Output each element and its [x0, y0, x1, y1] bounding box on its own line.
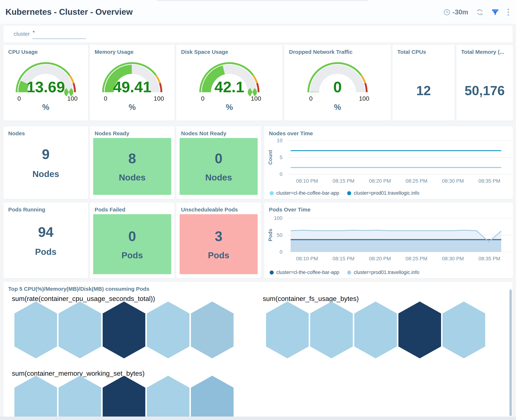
gauge-min-label: 0: [104, 95, 107, 102]
kpi: 0 Pods: [93, 214, 171, 274]
kebab-menu-icon[interactable]: [507, 8, 510, 16]
honeycomb-cell: [147, 301, 190, 358]
panel-title: Total Memory (...: [461, 49, 504, 55]
x-tick-label: 08:10 PM: [289, 178, 325, 184]
panel-title: Nodes Not Ready: [181, 130, 226, 136]
status-block-green: 8 Nodes: [93, 138, 171, 195]
panel-title: Pods Failed: [95, 207, 125, 213]
refresh-icon[interactable]: [476, 8, 484, 16]
honeycomb-cell: [191, 301, 234, 358]
legend-dot: [270, 270, 274, 275]
kpi-unit: Pods: [208, 250, 229, 260]
gauge-min-label: 0: [201, 95, 205, 102]
legend-dot: [270, 191, 274, 195]
kpi-unit: Pods: [121, 250, 143, 260]
panel-disk-space-usage: Disk Space Usage 42.1 0 100 %: [176, 45, 283, 121]
x-tick-label: 08:35 PM: [471, 178, 508, 184]
y-axis-ticks: 1050: [272, 139, 282, 176]
honeycomb-cell: [59, 301, 101, 358]
panel-title: Nodes over Time: [269, 130, 313, 136]
x-tick-label: 08:20 PM: [362, 256, 398, 262]
plot-area: [285, 139, 511, 176]
y-axis-ticks: 100500: [272, 217, 282, 253]
filter-label: cluster: [14, 31, 30, 37]
x-tick-label: 08:20 PM: [362, 178, 398, 184]
kpi-value: 0: [215, 150, 222, 166]
panel-nodes-not-ready: Nodes Not Ready 0 Nodes: [176, 126, 261, 199]
honeycomb-cell: [59, 376, 101, 417]
kpi-unit: Nodes: [205, 172, 232, 182]
top-edge-strip: [157, 0, 368, 1]
kpi: 9 Nodes: [3, 126, 88, 199]
y-tick-label: 50: [272, 232, 282, 238]
honeycomb-cell: [103, 301, 145, 358]
legend-label: cluster=prod01.travellogic.info: [354, 190, 419, 196]
x-tick-label: 08:10 PM: [289, 256, 325, 262]
cluster-filter-input[interactable]: [32, 31, 86, 39]
legend-dot: [347, 270, 351, 275]
panel-total-memory: Total Memory (... 50,176: [456, 45, 513, 121]
y-tick-label: 5: [272, 155, 282, 160]
honeycomb-cell: [147, 376, 190, 417]
legend-item[interactable]: cluster=cl-the-coffee-bar-app: [270, 270, 339, 275]
gauge-min-label: 0: [17, 95, 21, 102]
honeycomb-cell: [15, 301, 57, 358]
kpi-value: 3: [215, 228, 222, 244]
legend-item[interactable]: cluster=prod01.travellogic.info: [347, 270, 419, 275]
x-tick-label: 08:25 PM: [398, 178, 435, 184]
chart-legend: cluster=cl-the-coffee-bar-appcluster=pro…: [270, 190, 419, 196]
kpi: 3 Pods: [180, 214, 258, 274]
x-axis-ticks: 08:10 PM08:15 PM08:20 PM08:25 PM08:30 PM…: [285, 256, 511, 262]
y-tick-label: 100: [272, 215, 282, 221]
header: Kubernetes - Cluster - Overview -30m: [0, 0, 516, 24]
legend-item[interactable]: cluster=prod01.travellogic.info: [347, 190, 419, 196]
gauge-max-label: 100: [359, 95, 369, 102]
gauge-chart: 42.1 0 100: [197, 60, 262, 102]
gauge-min-label: 0: [309, 95, 313, 102]
filter-bar: cluster *: [3, 25, 513, 43]
x-tick-label: 08:15 PM: [325, 256, 362, 262]
gauge-value: 49.41: [113, 78, 151, 96]
panel-pods-running: Pods Running 94 Pods: [3, 202, 88, 278]
gauge-chart: 0 0 100: [305, 60, 370, 102]
honeycomb-cell: [191, 376, 234, 417]
x-tick-label: 08:30 PM: [435, 256, 471, 262]
page-title: Kubernetes - Cluster - Overview: [6, 7, 133, 17]
kpi-value: 8: [128, 150, 136, 166]
filter-icon[interactable]: [492, 8, 499, 16]
time-range-label: -30m: [453, 8, 468, 16]
vertical-scrollbar-thumb[interactable]: [509, 290, 512, 416]
honeycomb-cell: [310, 301, 353, 358]
panel-title: Total CPUs: [397, 49, 426, 55]
gauge: 13.69 0 100 %: [3, 60, 88, 112]
legend-item[interactable]: cluster=cl-the-coffee-bar-app: [270, 190, 339, 196]
clock-icon: [443, 9, 450, 16]
y-tick-label: 10: [272, 138, 282, 143]
gauge-chart: 49.41 0 100: [99, 60, 165, 102]
section-title: Top 5 CPU(%)/Memory(MB)/Disk(MB) consumi…: [8, 286, 149, 292]
gauge: 42.1 0 100 %: [176, 60, 282, 112]
gauge-value: 0: [333, 78, 342, 96]
honeycomb-cell: [442, 301, 485, 358]
panel-pods-over-time: Pods Over Time Pods 100500 08:10 PM08:15…: [264, 202, 513, 278]
kpi-unit: Nodes: [119, 172, 146, 182]
y-tick-label: 0: [272, 249, 282, 255]
panel-memory-usage: Memory Usage 49.41 0 100 %: [90, 45, 175, 121]
gauge-max-label: 100: [251, 95, 261, 102]
legend-label: cluster=cl-the-coffee-bar-app: [276, 190, 339, 196]
gauge-chart: 13.69 0 100: [13, 60, 79, 102]
panel-cpu-usage: CPU Usage 13.69 0 100 %: [3, 45, 88, 121]
panel-pods-failed: Pods Failed 0 Pods: [90, 202, 175, 278]
kpi-value: 9: [42, 146, 50, 162]
panel-top5-consuming-pods: Top 5 CPU(%)/Memory(MB)/Disk(MB) consumi…: [3, 282, 513, 417]
stat-value: 12: [393, 83, 455, 98]
y-tick-label: 0: [272, 171, 282, 177]
honeycomb-cell: [354, 301, 397, 358]
x-tick-label: 08:15 PM: [325, 178, 362, 184]
kpi-value: 94: [38, 224, 53, 240]
stat-value: 50,176: [456, 83, 513, 98]
gauge-max-label: 100: [154, 95, 164, 102]
area-chart: [285, 217, 511, 253]
kpi-unit: Pods: [35, 247, 56, 257]
time-range-button[interactable]: -30m: [443, 8, 468, 16]
